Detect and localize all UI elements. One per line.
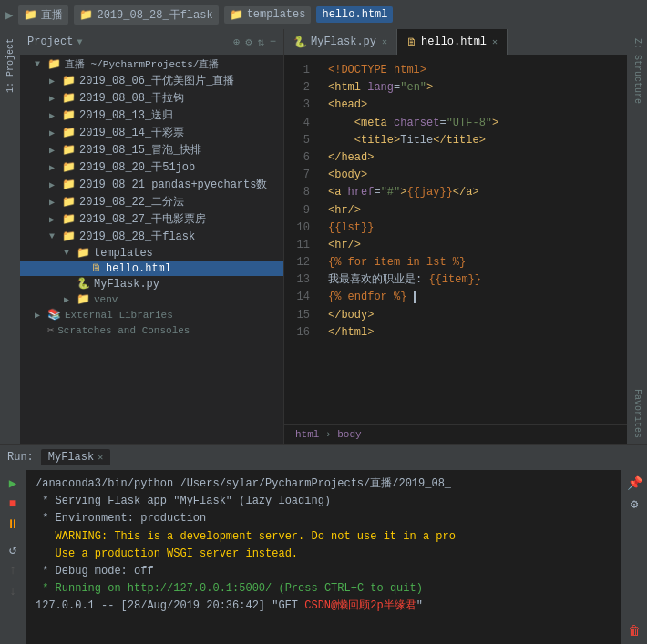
console-line-7: 127.0.0.1 -- [28/Aug/2019 20:36:42] "GET… [36,598,611,615]
tree-item-5[interactable]: ▶ 📁 2019_08_20_干51job [20,158,283,176]
bottom-tabs: Run: MyFlask ✕ [0,445,647,470]
play-icon: ▶ [5,7,13,23]
folder-icon-1b: 📁 [62,91,76,105]
tree-item-2[interactable]: ▶ 📁 2019_08_13_送归 [20,107,283,124]
code-line-10: {{lst}} [328,220,616,237]
flask-url-link[interactable]: http://127.0.0.1:5000/ [128,582,272,595]
tree-item-scratches[interactable]: ✂ Scratches and Consoles [20,322,283,338]
label-1: 2019_08_08_干拉钩 [79,90,184,106]
run-tab-close[interactable]: ✕ [98,452,103,463]
root-label: 直播 ~/PycharmProjects/直播 [65,57,219,71]
code-editor[interactable]: <!DOCTYPE html> <html lang="en"> <head> … [317,55,627,424]
project-header: Project ▼ ⊕ ⚙ ⇅ − [20,29,283,55]
stop-button[interactable]: ■ [4,495,22,513]
folder-icon-0: 📁 [62,74,76,87]
tree-item-8[interactable]: ▶ 📁 2019_08_27_干电影票房 [20,210,283,228]
settings-icon[interactable]: ⚙ [245,36,252,49]
run-toolbar: ▶ ■ ⏸ ↺ ↑ ↓ [0,470,26,644]
rerun-button[interactable]: ↺ [4,540,22,558]
code-line-13: 我最喜欢的职业是: {{item}} [328,271,616,289]
breadcrumb-flask[interactable]: 📁 2019_08_28_干flask [74,5,218,25]
tree-item-3[interactable]: ▶ 📁 2019_08_14_干彩票 [20,124,283,141]
code-line-4: <meta charset="UTF-8"> [328,115,616,132]
breadcrumb-body: body [337,429,361,440]
folder-icon-flask: 📁 [62,230,76,243]
code-line-5: <title>Title</title> [328,132,616,149]
scratches-icon: ✂ [47,323,54,337]
locate-icon[interactable]: ⊕ [233,36,240,49]
tree-item-1[interactable]: ▶ 📁 2019_08_08_干拉钩 [20,89,283,107]
tab-html-icon: 🗎 [406,36,417,49]
label-8: 2019_08_27_干电影票房 [79,211,206,227]
main-layout: 1: Project Project ▼ ⊕ ⚙ ⇅ − ▼ 📁 直播 ~/Py… [0,29,647,444]
breadcrumb-templates[interactable]: 📁 templates [224,6,312,24]
tree-item-0[interactable]: ▶ 📁 2019_08_06_干优美图片_直播 [20,72,283,89]
sidebar-tab-project[interactable]: 1: Project [4,33,17,98]
tab-myflask[interactable]: 🐍 MyFlask.py ✕ [284,29,397,55]
label-extlib: External Libraries [65,310,173,321]
breadcrumb-hello[interactable]: hello.html [316,6,393,23]
tree-root[interactable]: ▼ 📁 直播 ~/PycharmProjects/直播 [20,56,283,72]
console-line-5: * Debug mode: off [36,563,611,580]
pin-button[interactable]: 📌 [625,474,643,492]
delete-button[interactable]: 🗑 [625,622,643,640]
arrow-8: ▶ [49,214,62,225]
pause-button[interactable]: ⏸ [4,516,22,534]
tab-myflask-close[interactable]: ✕ [382,36,387,47]
label-flask: 2019_08_28_干flask [79,229,195,244]
breadcrumb-zhibao[interactable]: 📁 直播 [18,5,68,25]
arrow-5: ▶ [49,162,62,173]
label-6: 2019_08_21_pandas+pyecharts数 [79,177,267,192]
tree-item-flask[interactable]: ▼ 📁 2019_08_28_干flask [20,228,283,245]
code-line-7: <body> [328,167,616,184]
tab-hello[interactable]: 🗎 hello.html ✕ [397,29,508,55]
expand-icon[interactable]: ⇅ [258,36,264,49]
tree-item-templates[interactable]: ▼ 📁 templates [20,245,283,261]
tree-item-hello[interactable]: 🗎 hello.html [20,261,283,276]
tab-myflask-label: MyFlask.py [311,36,376,48]
breadcrumb-label-4: hello.html [322,8,387,21]
folder-icon-1: 📁 [24,8,37,22]
bottom-panel: Run: MyFlask ✕ ▶ ■ ⏸ ↺ ↑ ↓ /anaconda3/bi… [0,444,647,644]
console-line-6: * Running on http://127.0.0.1:5000/ (Pre… [36,580,611,598]
tree-item-extlib[interactable]: ▶ 📚 External Libraries [20,307,283,322]
tree-item-6[interactable]: ▶ 📁 2019_08_21_pandas+pyecharts数 [20,176,283,193]
tree-item-7[interactable]: ▶ 📁 2019_08_22_二分法 [20,193,283,210]
folder-icon-3b: 📁 [62,126,76,139]
arrow-extlib: ▶ [35,310,47,321]
collapse-icon[interactable]: − [270,36,276,49]
folder-icon-3: 📁 [230,8,243,22]
project-tree: ▼ 📁 直播 ~/PycharmProjects/直播 ▶ 📁 2019_08_… [20,55,283,444]
editor-area: 🐍 MyFlask.py ✕ 🗎 hello.html ✕ 12345678 9… [284,29,627,444]
top-bar: ▶ 📁 直播 📁 2019_08_28_干flask 📁 templates h… [0,0,647,29]
tree-item-venv[interactable]: ▶ 📁 venv [20,291,283,307]
run-label: Run: [7,451,34,464]
label-venv: venv [94,294,118,305]
tree-item-4[interactable]: ▶ 📁 2019_08_15_冒泡_快排 [20,141,283,158]
console-line-4: Use a production WSGI server instead. [36,546,611,563]
scroll-up-button: ↑ [4,561,22,579]
gear-button[interactable]: ⚙ [625,495,643,513]
breadcrumb-label-2: 2019_08_28_干flask [97,7,212,23]
code-container: 12345678 910111213141516 <!DOCTYPE html>… [284,55,627,424]
console-line-3: WARNING: This is a development server. D… [36,528,611,546]
chevron-down-icon: ▼ [77,37,82,47]
breadcrumb-label-3: templates [247,8,306,21]
label-hello: hello.html [106,262,171,275]
folder-icon-4b: 📁 [62,143,76,157]
run-tab-myflask[interactable]: MyFlask ✕ [41,449,110,465]
sidebar-tab-favorites[interactable]: Favorites [631,383,644,444]
tab-hello-close[interactable]: ✕ [492,36,498,47]
sidebar-tab-structure[interactable]: Z: Structure [631,33,644,109]
code-line-15: </body> [328,307,616,324]
arrow-7: ▶ [49,197,62,208]
tab-hello-label: hello.html [421,36,487,48]
right-side-tabs: Z: Structure Favorites [627,29,647,444]
folder-icon-7b: 📁 [62,195,76,209]
tree-item-myflask[interactable]: 🐍 MyFlask.py [20,276,283,291]
line-numbers: 12345678 910111213141516 [284,55,317,424]
code-line-12: {% for item in lst %} [328,254,616,271]
code-line-14: {% endfor %} [328,289,616,306]
label-templates: templates [94,247,153,260]
run-button[interactable]: ▶ [4,474,22,492]
